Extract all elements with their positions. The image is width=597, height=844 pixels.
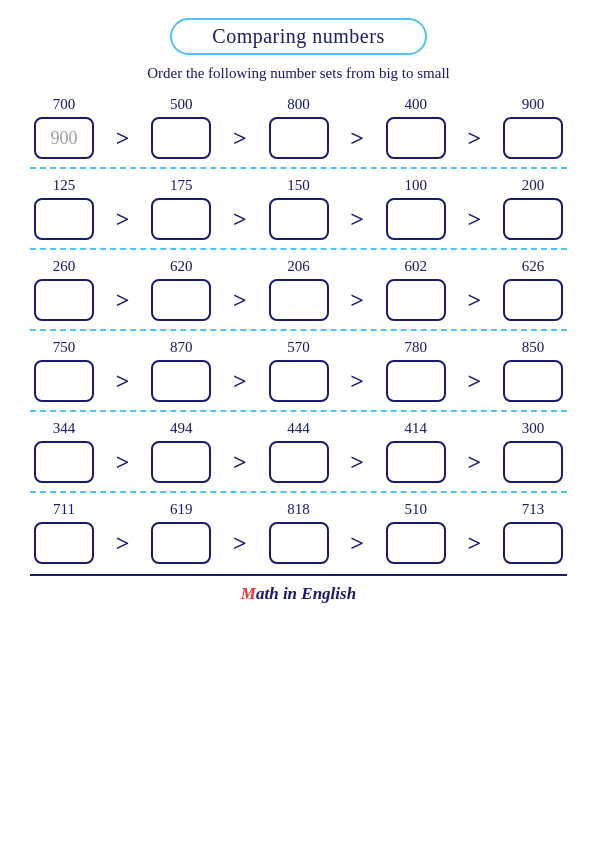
boxes-row-4: >>>>	[30, 360, 567, 402]
greater-than-5-1: >	[228, 449, 252, 476]
greater-than-6-0: >	[111, 530, 135, 557]
answer-box-2-2[interactable]	[269, 198, 329, 240]
answer-box-6-4[interactable]	[503, 522, 563, 564]
number-label-4-4: 850	[503, 339, 563, 356]
answer-box-5-1[interactable]	[151, 441, 211, 483]
number-label-6-0: 711	[34, 501, 94, 518]
numbers-row-4: 750870570780850	[30, 339, 567, 356]
number-label-3-4: 626	[503, 258, 563, 275]
number-label-6-4: 713	[503, 501, 563, 518]
greater-than-6-1: >	[228, 530, 252, 557]
numbers-row-3: 260620206602626	[30, 258, 567, 275]
greater-than-1-3: >	[462, 125, 486, 152]
number-label-5-4: 300	[503, 420, 563, 437]
number-label-2-4: 200	[503, 177, 563, 194]
sections-container: 700500800400900900>>>>125175150100200>>>…	[30, 96, 567, 564]
boxes-row-1: 900>>>>	[30, 117, 567, 159]
divider-2	[30, 248, 567, 250]
answer-box-5-3[interactable]	[386, 441, 446, 483]
greater-than-5-3: >	[462, 449, 486, 476]
greater-than-1-2: >	[345, 125, 369, 152]
answer-box-5-4[interactable]	[503, 441, 563, 483]
boxes-row-3: >>>>	[30, 279, 567, 321]
answer-box-4-1[interactable]	[151, 360, 211, 402]
number-label-4-0: 750	[34, 339, 94, 356]
number-label-1-3: 400	[386, 96, 446, 113]
number-label-5-2: 444	[269, 420, 329, 437]
number-label-4-3: 780	[386, 339, 446, 356]
answer-box-4-4[interactable]	[503, 360, 563, 402]
number-label-3-1: 620	[151, 258, 211, 275]
number-label-5-3: 414	[386, 420, 446, 437]
numbers-row-2: 125175150100200	[30, 177, 567, 194]
greater-than-5-2: >	[345, 449, 369, 476]
greater-than-4-1: >	[228, 368, 252, 395]
number-label-5-1: 494	[151, 420, 211, 437]
number-label-1-4: 900	[503, 96, 563, 113]
answer-box-6-2[interactable]	[269, 522, 329, 564]
answer-box-2-3[interactable]	[386, 198, 446, 240]
greater-than-4-0: >	[111, 368, 135, 395]
divider-1	[30, 167, 567, 169]
subtitle: Order the following number sets from big…	[30, 65, 567, 82]
answer-box-4-3[interactable]	[386, 360, 446, 402]
answer-box-3-0[interactable]	[34, 279, 94, 321]
number-label-6-1: 619	[151, 501, 211, 518]
answer-box-2-4[interactable]	[503, 198, 563, 240]
answer-box-1-2[interactable]	[269, 117, 329, 159]
greater-than-2-3: >	[462, 206, 486, 233]
number-label-4-2: 570	[269, 339, 329, 356]
section-1: 700500800400900900>>>>	[30, 96, 567, 169]
section-6: 711619818510713>>>>	[30, 501, 567, 564]
answer-box-5-2[interactable]	[269, 441, 329, 483]
number-label-1-2: 800	[269, 96, 329, 113]
answer-box-3-1[interactable]	[151, 279, 211, 321]
answer-box-6-3[interactable]	[386, 522, 446, 564]
page-title: Comparing numbers	[170, 18, 426, 55]
answer-box-4-2[interactable]	[269, 360, 329, 402]
footer-m: M	[241, 584, 256, 603]
section-4: 750870570780850>>>>	[30, 339, 567, 412]
boxes-row-5: >>>>	[30, 441, 567, 483]
greater-than-3-0: >	[111, 287, 135, 314]
number-label-3-3: 602	[386, 258, 446, 275]
greater-than-2-0: >	[111, 206, 135, 233]
footer-rest: ath in English	[256, 584, 356, 603]
answer-box-1-0[interactable]: 900	[34, 117, 94, 159]
greater-than-2-1: >	[228, 206, 252, 233]
answer-box-1-4[interactable]	[503, 117, 563, 159]
section-3: 260620206602626>>>>	[30, 258, 567, 331]
greater-than-3-3: >	[462, 287, 486, 314]
number-label-6-3: 510	[386, 501, 446, 518]
greater-than-3-2: >	[345, 287, 369, 314]
answer-box-3-4[interactable]	[503, 279, 563, 321]
greater-than-1-1: >	[228, 125, 252, 152]
answer-box-5-0[interactable]	[34, 441, 94, 483]
footer: Math in English	[30, 574, 567, 604]
answer-box-4-0[interactable]	[34, 360, 94, 402]
answer-box-2-0[interactable]	[34, 198, 94, 240]
number-label-4-1: 870	[151, 339, 211, 356]
answer-box-1-1[interactable]	[151, 117, 211, 159]
answer-box-3-3[interactable]	[386, 279, 446, 321]
divider-3	[30, 329, 567, 331]
answer-box-6-1[interactable]	[151, 522, 211, 564]
section-2: 125175150100200>>>>	[30, 177, 567, 250]
answer-box-2-1[interactable]	[151, 198, 211, 240]
answer-box-6-0[interactable]	[34, 522, 94, 564]
section-5: 344494444414300>>>>	[30, 420, 567, 493]
divider-4	[30, 410, 567, 412]
greater-than-2-2: >	[345, 206, 369, 233]
greater-than-4-2: >	[345, 368, 369, 395]
boxes-row-6: >>>>	[30, 522, 567, 564]
divider-5	[30, 491, 567, 493]
boxes-row-2: >>>>	[30, 198, 567, 240]
number-label-3-0: 260	[34, 258, 94, 275]
greater-than-6-2: >	[345, 530, 369, 557]
answer-box-3-2[interactable]	[269, 279, 329, 321]
answer-box-1-3[interactable]	[386, 117, 446, 159]
numbers-row-5: 344494444414300	[30, 420, 567, 437]
greater-than-5-0: >	[111, 449, 135, 476]
greater-than-6-3: >	[462, 530, 486, 557]
number-label-2-1: 175	[151, 177, 211, 194]
